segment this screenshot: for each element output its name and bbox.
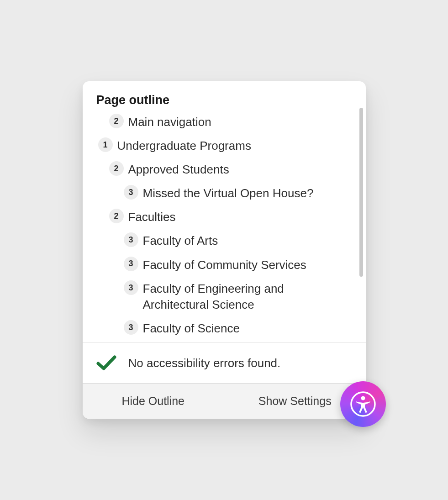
button-row: Hide Outline Show Settings [83, 383, 366, 419]
outline-item[interactable]: 1 Undergraduate Programs [96, 137, 352, 154]
outline-item[interactable]: 3 Faculty of Engineering and Architectur… [96, 280, 352, 313]
outline-item-text: Faculty of Engineering and Architectural… [143, 280, 352, 313]
heading-level-badge: 3 [124, 320, 138, 335]
accessibility-icon [349, 390, 377, 418]
outline-item-text: Faculty of Community Services [143, 257, 306, 273]
outline-title: Page outline [96, 93, 352, 107]
hide-outline-button[interactable]: Hide Outline [83, 384, 225, 419]
status-text: No accessibility errors found. [128, 356, 281, 370]
outline-item[interactable]: 2 Main navigation [96, 114, 352, 130]
scrollbar[interactable] [359, 108, 363, 277]
check-icon [96, 355, 116, 371]
outline-item[interactable]: 3 Missed the Virtual Open House? [96, 185, 352, 201]
outline-item-text: Approved Students [128, 161, 229, 178]
outline-item-text: Undergraduate Programs [117, 137, 251, 154]
accessibility-fab[interactable] [340, 381, 386, 427]
heading-level-badge: 2 [109, 209, 124, 223]
outline-item[interactable]: 3 Faculty of Community Services [96, 257, 352, 273]
outline-item[interactable]: 3 Faculty of Science [96, 320, 352, 337]
outline-item[interactable]: 2 Faculties [96, 209, 352, 225]
outline-item[interactable]: 3 Faculty of Arts [96, 232, 352, 249]
heading-level-badge: 3 [124, 232, 138, 247]
heading-level-badge: 3 [124, 185, 138, 200]
outline-list: 2 Main navigation 1 Undergraduate Progra… [96, 114, 352, 342]
accessibility-outline-panel: Page outline 2 Main navigation 1 Undergr… [83, 81, 366, 419]
status-bar: No accessibility errors found. [83, 342, 366, 383]
heading-level-badge: 3 [124, 280, 138, 295]
svg-point-1 [361, 396, 365, 400]
heading-level-badge: 3 [124, 257, 138, 271]
outline-item-text: Main navigation [128, 114, 211, 130]
heading-level-badge: 1 [98, 137, 113, 152]
outline-item[interactable]: 2 Approved Students [96, 161, 352, 178]
heading-level-badge: 2 [109, 161, 124, 176]
outline-item-text: Missed the Virtual Open House? [143, 185, 314, 201]
outline-item-text: Faculties [128, 209, 176, 225]
outline-section: Page outline 2 Main navigation 1 Undergr… [83, 81, 366, 342]
heading-level-badge: 2 [109, 114, 124, 128]
outline-item-text: Faculty of Science [143, 320, 240, 337]
outline-item-text: Faculty of Arts [143, 232, 218, 249]
